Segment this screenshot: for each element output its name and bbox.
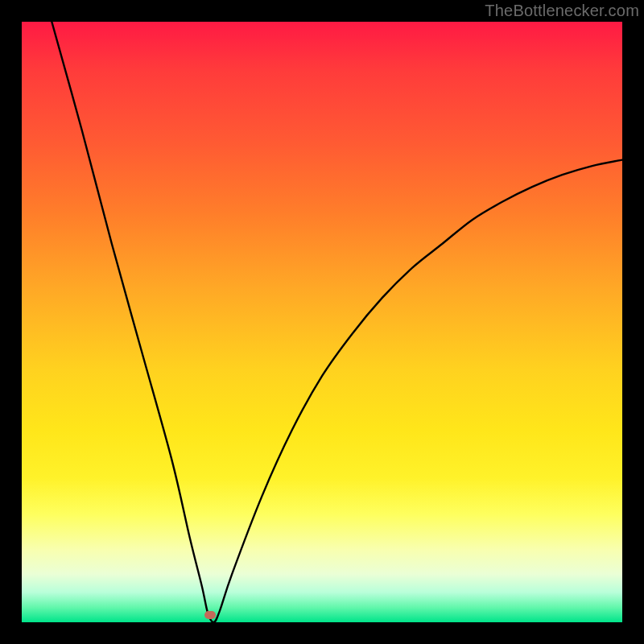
optimum-marker: [204, 611, 216, 619]
bottleneck-curve: [22, 22, 622, 622]
plot-area: [22, 22, 622, 622]
watermark-text: TheBottlenecker.com: [485, 2, 639, 20]
chart-frame: TheBottlenecker.com: [0, 0, 644, 644]
